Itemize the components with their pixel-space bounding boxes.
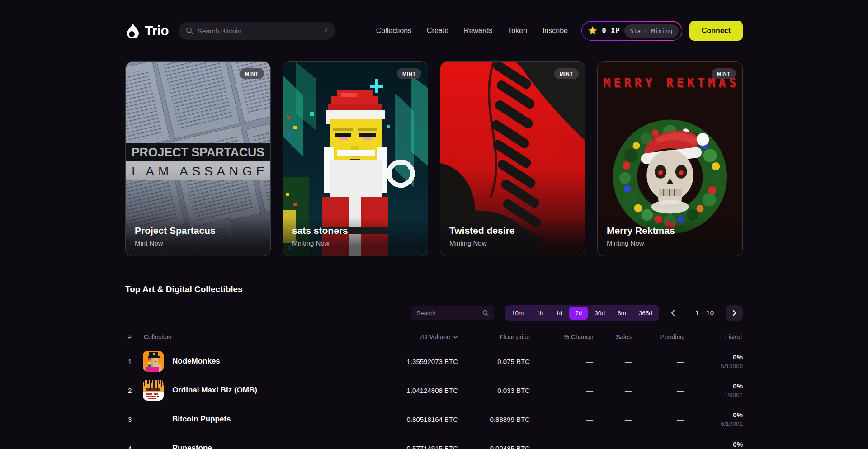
row-volume: 0.57714915 BTC xyxy=(407,444,458,449)
brand-name: Trio xyxy=(145,23,169,38)
collection-name: Ordinal Maxi Biz (OMB) xyxy=(172,386,257,395)
featured-card-twisted-desire[interactable]: MINT Twisted desire Minting Now xyxy=(440,61,585,256)
time-filter-6m[interactable]: 6m xyxy=(612,307,632,320)
column-header-pending: Pending xyxy=(660,333,684,340)
row-listed: 0% 6/10001 xyxy=(721,411,743,427)
chevron-right-icon xyxy=(730,309,738,317)
collection-search-input[interactable] xyxy=(416,310,482,317)
xp-pill: 0 XP Start Mining xyxy=(581,21,682,41)
featured-card-merry-rektmas[interactable]: MERRY REKTMAS MERRY REKTMAS xyxy=(597,61,743,256)
row-pending: — xyxy=(677,358,684,365)
card-status: Mint Now xyxy=(135,239,261,247)
row-floor-price: 0.00485 BTC xyxy=(490,444,530,449)
collection-thumbnail xyxy=(143,438,164,449)
row-listed: 0% 5/10000 xyxy=(721,353,743,369)
pagination-range: 1 - 10 xyxy=(688,309,722,317)
card-title: sats stoners xyxy=(292,225,419,236)
card-status: Minting Now xyxy=(449,239,576,247)
row-floor-price: 0.88899 BTC xyxy=(490,416,530,423)
time-filter-7d[interactable]: 7d xyxy=(569,307,588,320)
nodemonkes-thumbnail-art xyxy=(143,351,164,372)
featured-mints-row: PROJECT SPARTACUS I AM ASSANGE MINT Proj… xyxy=(125,61,743,256)
connect-wallet-button[interactable]: Connect xyxy=(689,21,743,41)
mint-badge: MINT xyxy=(712,68,736,79)
row-pending: — xyxy=(677,387,684,394)
collection-thumbnail xyxy=(143,351,164,372)
table-row[interactable]: 2 Ordinal Maxi Biz (OMB) 1.04124808 BTC xyxy=(125,376,743,405)
chevron-down-icon xyxy=(453,336,458,339)
row-sales: — xyxy=(625,387,632,394)
column-header-floor: Floor price xyxy=(500,333,530,340)
card-caption: sats stoners Minting Now xyxy=(283,217,428,256)
omb-thumbnail-art xyxy=(143,380,164,401)
row-percent-change: — xyxy=(586,358,593,365)
trio-logo-icon xyxy=(125,23,141,38)
collection-name: Bitcoin Puppets xyxy=(172,415,231,424)
collection-thumbnail xyxy=(143,380,164,401)
time-filter-10m[interactable]: 10m xyxy=(506,307,529,320)
row-rank: 4 xyxy=(128,444,132,449)
row-pending: — xyxy=(677,444,684,449)
card-title: Merry Rektmas xyxy=(607,225,733,236)
table-controls: 10m1h1d7d30d6m365d 1 - 10 xyxy=(125,305,743,321)
table-row[interactable]: 4 Runestone 0.57714915 BTC 0.00485 BTC —… xyxy=(125,434,743,449)
collection-search-bar[interactable] xyxy=(411,306,494,320)
pagination-prev-button[interactable] xyxy=(669,309,677,319)
time-filter-30d[interactable]: 30d xyxy=(589,307,611,320)
table-header-row: # Collection 7D Volume Floor price % Cha… xyxy=(125,333,743,341)
row-floor-price: 0.075 BTC xyxy=(497,358,530,365)
row-listed-percent: 0% xyxy=(724,382,743,390)
nav-link-collections[interactable]: Collections xyxy=(376,27,411,35)
card-status: Minting Now xyxy=(292,239,419,247)
row-pending: — xyxy=(677,416,684,423)
row-listed-percent: 0% xyxy=(721,411,743,419)
card-status: Minting Now xyxy=(607,239,733,247)
start-mining-button[interactable]: Start Mining xyxy=(624,24,679,38)
row-volume: 0.80518164 BTC xyxy=(407,416,458,423)
time-filter-1d[interactable]: 1d xyxy=(550,307,568,320)
nav-link-inscribe[interactable]: Inscribe xyxy=(542,27,568,35)
nav-link-token[interactable]: Token xyxy=(508,27,527,35)
row-sales: — xyxy=(625,416,632,423)
collection-name: Runestone xyxy=(172,444,212,449)
time-filter-365d[interactable]: 365d xyxy=(633,307,658,320)
row-listed-fraction: 1/9001 xyxy=(724,392,743,398)
row-listed: 0% xyxy=(733,440,743,449)
section-heading: Top Art & Digital Collectibles xyxy=(125,284,743,294)
pagination-next-button[interactable] xyxy=(726,305,743,321)
row-sales: — xyxy=(625,444,632,449)
row-listed-fraction: 5/10000 xyxy=(721,363,743,369)
row-rank: 1 xyxy=(128,358,132,365)
table-row[interactable]: 3 Bitcoin Puppets 0.80518164 BTC 0.88899… xyxy=(125,405,743,434)
card-caption: Twisted desire Minting Now xyxy=(440,217,585,256)
search-icon xyxy=(482,310,489,316)
table-row[interactable]: 1 NodeMonkes 1.35592073 BTC 0.075 BTC — … xyxy=(125,347,743,376)
trio-logo[interactable]: Trio xyxy=(125,23,169,38)
xp-amount: 0 XP xyxy=(602,27,620,35)
row-floor-price: 0.033 BTC xyxy=(497,387,530,394)
column-header-listed: Listed xyxy=(725,333,742,340)
column-header-change: % Change xyxy=(564,333,593,340)
nav-link-create[interactable]: Create xyxy=(427,27,448,35)
row-percent-change: — xyxy=(586,416,593,423)
card-title: Project Spartacus xyxy=(135,225,261,236)
main-nav: CollectionsCreateRewardsTokenInscribe xyxy=(376,27,568,35)
row-volume: 1.04124808 BTC xyxy=(407,387,458,394)
row-percent-change: — xyxy=(586,387,593,394)
featured-card-project-spartacus[interactable]: PROJECT SPARTACUS I AM ASSANGE MINT Proj… xyxy=(125,61,271,256)
star-icon xyxy=(588,26,598,36)
nav-link-rewards[interactable]: Rewards xyxy=(464,27,492,35)
global-search-bar[interactable]: / xyxy=(179,22,335,40)
row-rank: 3 xyxy=(128,416,132,423)
search-icon xyxy=(186,27,193,34)
global-search-input[interactable] xyxy=(198,27,320,35)
row-volume: 1.35592073 BTC xyxy=(407,358,458,365)
featured-card-sats-stoners[interactable]: MINT sats stoners Minting Now xyxy=(283,61,428,256)
chevron-left-icon xyxy=(669,309,677,317)
column-header-volume[interactable]: 7D Volume xyxy=(420,333,458,340)
card-caption: Merry Rektmas Minting Now xyxy=(598,217,742,256)
row-sales: — xyxy=(625,358,632,365)
time-filter-1h[interactable]: 1h xyxy=(530,307,549,320)
collection-name: NodeMonkes xyxy=(172,357,220,366)
card-caption: Project Spartacus Mint Now xyxy=(126,217,270,256)
